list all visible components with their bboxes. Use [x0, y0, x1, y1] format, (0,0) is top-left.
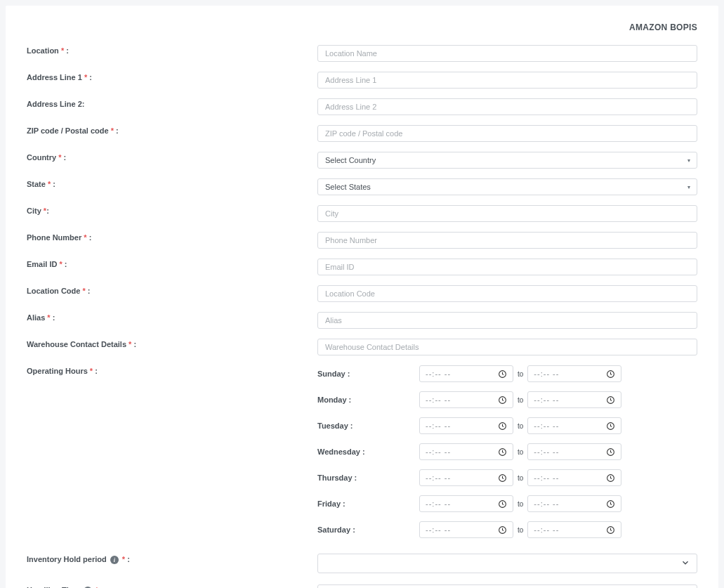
op-hours-row: Wednesday :--:-- --to--:-- --	[317, 443, 697, 460]
time-value: --:-- --	[534, 473, 559, 482]
time-to-input[interactable]: --:-- --	[527, 391, 621, 408]
country-select-value: Select Country	[325, 156, 376, 164]
state-select[interactable]: Select States	[317, 178, 697, 195]
time-value: --:-- --	[534, 396, 559, 404]
label-text: Address Line 1	[27, 73, 82, 81]
label-alias: Alias * :	[27, 312, 317, 322]
colon: :	[131, 340, 136, 348]
time-value: --:-- --	[534, 447, 559, 456]
email-input[interactable]	[317, 259, 697, 275]
time-from-input[interactable]: --:-- --	[419, 417, 513, 434]
row-inventory-hold: Inventory Hold period i * :	[27, 554, 697, 573]
label-location-code: Location Code * :	[27, 285, 317, 295]
time-from-input[interactable]: --:-- --	[419, 391, 513, 408]
colon: :	[51, 180, 55, 188]
time-value: --:-- --	[534, 525, 559, 534]
time-from-input[interactable]: --:-- --	[419, 521, 513, 538]
op-hours-row: Tuesday :--:-- --to--:-- --	[317, 417, 697, 434]
row-address2: Address Line 2:	[27, 98, 697, 115]
colon: :	[93, 367, 98, 375]
colon: :	[62, 260, 67, 268]
label-email: Email ID * :	[27, 259, 317, 268]
label-inventory-hold: Inventory Hold period i * :	[27, 554, 317, 564]
time-from-input[interactable]: --:-- --	[419, 365, 513, 382]
label-text: Location Code	[27, 287, 80, 295]
inventory-hold-select-wrap	[317, 554, 697, 573]
time-to-input[interactable]: --:-- --	[527, 417, 621, 434]
time-from-input[interactable]: --:-- --	[419, 495, 513, 512]
location-code-input[interactable]	[317, 285, 697, 302]
time-to-input[interactable]: --:-- --	[527, 469, 621, 486]
inventory-hold-select[interactable]	[317, 554, 697, 573]
row-country: Country * : Select Country ▾	[27, 152, 697, 169]
label-address1: Address Line 1 * :	[27, 72, 317, 81]
label-text: Inventory Hold period	[27, 555, 107, 563]
time-to-input[interactable]: --:-- --	[527, 521, 621, 538]
time-from-input[interactable]: --:-- --	[419, 469, 513, 486]
country-select[interactable]: Select Country	[317, 152, 697, 169]
address2-input[interactable]	[317, 98, 697, 115]
state-select-value: Select States	[325, 183, 371, 191]
time-to-input[interactable]: --:-- --	[527, 495, 621, 512]
time-to-input[interactable]: --:-- --	[527, 443, 621, 460]
label-warehouse-contact: Warehouse Contact Details * :	[27, 339, 317, 348]
op-day-label: Friday :	[317, 499, 419, 508]
op-day-label: Sunday :	[317, 370, 419, 378]
to-separator: to	[518, 500, 523, 508]
colon: :	[114, 126, 119, 135]
city-input[interactable]	[317, 205, 697, 222]
colon: :	[64, 46, 69, 55]
form-card: AMAZON BOPIS Location * : Address Line 1…	[6, 6, 718, 588]
row-location: Location * :	[27, 45, 697, 62]
label-text: Phone Number	[27, 233, 81, 242]
colon: :	[46, 207, 49, 215]
zip-input[interactable]	[317, 125, 697, 142]
label-address2: Address Line 2:	[27, 98, 317, 108]
operating-hours-list: Sunday :--:-- --to--:-- --Monday :--:-- …	[317, 365, 697, 538]
label-text: Location	[27, 46, 59, 55]
op-hours-row: Saturday :--:-- --to--:-- --	[317, 521, 697, 538]
colon: :	[62, 153, 67, 162]
warehouse-contact-input[interactable]	[317, 339, 697, 355]
label-text: Country	[27, 153, 56, 162]
time-value: --:-- --	[426, 499, 451, 508]
op-hours-row: Thursday :--:-- --to--:-- --	[317, 469, 697, 486]
colon: :	[125, 555, 130, 563]
label-text: Alias	[27, 313, 45, 322]
colon: :	[86, 287, 91, 295]
time-to-input[interactable]: --:-- --	[527, 365, 621, 382]
address1-input[interactable]	[317, 72, 697, 89]
colon: :	[87, 73, 92, 81]
label-text: Email ID	[27, 260, 57, 268]
label-state: State * :	[27, 178, 317, 188]
time-value: --:-- --	[426, 447, 451, 456]
time-value: --:-- --	[426, 422, 451, 430]
time-value: --:-- --	[426, 525, 451, 534]
to-separator: to	[518, 370, 523, 378]
row-handling-time: Handling Time i * :	[27, 584, 697, 588]
time-value: --:-- --	[534, 370, 559, 378]
row-address1: Address Line 1 * :	[27, 72, 697, 89]
location-input[interactable]	[317, 45, 697, 62]
label-city: City *:	[27, 205, 317, 215]
time-value: --:-- --	[534, 499, 559, 508]
time-value: --:-- --	[426, 473, 451, 482]
time-value: --:-- --	[426, 396, 451, 404]
state-select-wrap: Select States ▾	[317, 178, 697, 195]
phone-input[interactable]	[317, 232, 697, 249]
op-hours-row: Sunday :--:-- --to--:-- --	[317, 365, 697, 382]
row-alias: Alias * :	[27, 312, 697, 329]
handling-time-select-wrap	[317, 584, 697, 588]
to-separator: to	[518, 526, 523, 534]
op-day-label: Monday :	[317, 396, 419, 404]
to-separator: to	[518, 448, 523, 456]
op-day-label: Tuesday :	[317, 422, 419, 430]
row-location-code: Location Code * :	[27, 285, 697, 302]
alias-input[interactable]	[317, 312, 697, 329]
handling-time-select[interactable]	[317, 584, 697, 588]
time-value: --:-- --	[426, 370, 451, 378]
time-from-input[interactable]: --:-- --	[419, 443, 513, 460]
colon: :	[87, 233, 92, 242]
info-icon: i	[110, 556, 119, 564]
label-text: City	[27, 207, 41, 215]
